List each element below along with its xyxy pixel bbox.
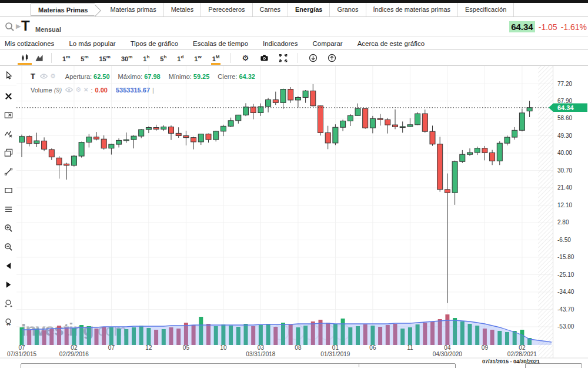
candle[interactable] [153,125,159,131]
candle[interactable] [49,148,54,160]
candle[interactable] [19,135,25,157]
candlestick-chart-icon[interactable] [18,52,32,65]
candle[interactable] [146,127,151,133]
candle[interactable] [243,103,249,116]
area-chart-icon[interactable] [32,52,46,65]
candle[interactable] [490,150,495,165]
close-icon[interactable]: ✕ [83,87,88,93]
candle[interactable] [340,120,346,131]
timeframe-5h[interactable]: 5h [159,51,168,65]
tab-granos[interactable]: Granos [330,3,366,16]
menu-mis-cotizaciones[interactable]: Mis cotizaciones [5,40,54,47]
candle[interactable] [460,150,465,163]
candle[interactable] [94,132,99,140]
candle[interactable] [407,118,413,127]
candle[interactable] [385,118,390,133]
timeframe-1m[interactable]: 1m [61,51,71,65]
tab-indices-de-materias-primas[interactable]: Índices de materias primas [366,3,458,16]
price-chart[interactable]: 77.2067.9058.6049.3040.0030.7021.4012.10… [0,66,588,360]
candle[interactable] [161,125,166,131]
candle[interactable] [42,137,47,151]
tab-carnes[interactable]: Carnes [253,3,288,16]
candle[interactable] [139,129,144,138]
candle[interactable] [452,161,457,205]
timeframe-1h[interactable]: 1h [142,51,151,65]
candle[interactable] [415,112,420,125]
candle[interactable] [258,104,263,116]
candle[interactable] [437,137,443,191]
timeframe-5m[interactable]: 5m [79,51,89,65]
candle[interactable] [512,127,517,140]
tab-energias[interactable]: Energías [288,3,330,16]
menu-indicadores[interactable]: Indicadores [263,40,298,47]
candle[interactable] [228,118,233,127]
timeframe-15m[interactable]: 15m [98,51,112,65]
candle[interactable] [400,121,405,132]
tab-especificacion[interactable]: Especificación [458,3,514,16]
candle[interactable] [191,137,196,150]
candle[interactable] [370,116,375,133]
tab-materias-primas[interactable]: Materias primas [103,3,163,16]
eye-icon[interactable] [40,74,48,79]
candle[interactable] [280,89,286,110]
gear-icon[interactable]: ⚙ [50,72,56,80]
candle[interactable] [64,163,69,180]
candle[interactable] [56,156,62,178]
menu-tipos-de-grafico[interactable]: Tipos de gráfico [131,40,178,47]
fullscreen-icon[interactable] [276,52,290,65]
menu-escalas-de-tiempo[interactable]: Escalas de tiempo [193,40,248,47]
candle[interactable] [176,127,181,138]
candle[interactable] [527,101,532,117]
candle[interactable] [325,126,330,150]
candle[interactable] [220,125,226,136]
candle[interactable] [123,132,129,142]
candle[interactable] [310,84,316,107]
menu-lo-mas-popular[interactable]: Lo más popular [69,40,115,47]
chart-scrollbar[interactable] [21,363,456,368]
candle[interactable] [26,135,32,147]
candle[interactable] [86,134,92,148]
candle[interactable] [377,114,383,126]
settings-icon[interactable]: ⚙ [238,52,252,65]
candle[interactable] [116,138,122,148]
tab-metales[interactable]: Metales [164,3,202,16]
chart-scrollbar-handle[interactable] [525,363,582,368]
menu-acerca-de-este-grafico[interactable]: Acerca de este gráfico [358,40,425,47]
candle[interactable] [318,105,323,135]
eye-icon[interactable] [65,87,73,92]
candle[interactable] [505,135,510,145]
timeframe-30m[interactable]: 30m [120,51,133,65]
candle[interactable] [213,131,219,141]
candle[interactable] [71,155,76,167]
candle[interactable] [101,135,106,150]
candle[interactable] [79,142,84,158]
candle[interactable] [393,110,398,130]
candle[interactable] [475,147,480,155]
candle[interactable] [169,125,174,140]
menu-comparar[interactable]: Comparar [313,40,343,47]
candle[interactable] [236,115,241,124]
candle[interactable] [519,109,524,132]
search-icon[interactable] [5,22,15,34]
candle[interactable] [363,108,368,129]
candle[interactable] [430,125,435,145]
timeframe-1M[interactable]: 1M [211,51,221,65]
download-icon[interactable] [306,52,320,65]
candle[interactable] [445,174,450,303]
upload-icon[interactable] [325,52,339,65]
timeframe-1d[interactable]: 1d [176,51,185,65]
timeframe-1w[interactable]: 1w [193,51,202,65]
candle[interactable] [131,135,136,149]
candle[interactable] [206,134,211,143]
candle[interactable] [288,87,293,103]
screenshot-icon[interactable] [257,52,271,65]
candle[interactable] [273,92,278,105]
candle[interactable] [34,132,39,147]
candle[interactable] [250,104,256,120]
candle[interactable] [183,131,189,145]
candle[interactable] [348,114,353,126]
tab-perecederos[interactable]: Perecederos [201,3,252,16]
candle[interactable] [355,104,360,116]
candle[interactable] [333,124,338,145]
candle[interactable] [295,96,300,107]
